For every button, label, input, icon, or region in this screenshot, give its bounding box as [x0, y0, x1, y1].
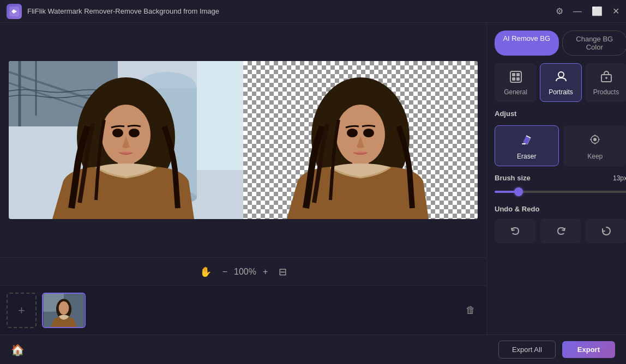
adjust-row: Eraser Keep [495, 125, 626, 166]
brush-size-row: Brush size 13px [495, 174, 626, 182]
keep-label: Keep [587, 153, 603, 160]
category-row: General Portraits [495, 63, 626, 102]
app-title: FliFlik Watermark Remover-Remove Backgro… [27, 7, 556, 15]
eraser-icon [521, 134, 533, 148]
undo-redo-label: Undo & Redo [495, 205, 626, 213]
split-view-icon[interactable]: ⊟ [279, 266, 287, 278]
svg-point-30 [558, 72, 564, 77]
portraits-category-button[interactable]: Portraits [540, 63, 582, 102]
svg-point-15 [129, 129, 140, 137]
mode-tabs: AI Remove BG Change BG Color [495, 31, 626, 56]
ai-remove-bg-tab[interactable]: AI Remove BG [495, 31, 559, 56]
title-bar: FliFlik Watermark Remover-Remove Backgro… [0, 0, 626, 23]
add-image-button[interactable]: + [7, 293, 37, 328]
keep-button[interactable]: Keep [563, 125, 627, 166]
undo-button[interactable] [495, 219, 536, 244]
thumbnail-item[interactable] [42, 293, 86, 328]
svg-rect-26 [512, 73, 515, 76]
processed-image [243, 61, 478, 219]
svg-point-12 [101, 105, 151, 165]
canvas-area: ✋ − 100% + ⊟ + 🗑 [0, 23, 486, 335]
image-comparison-wrapper [9, 61, 478, 219]
canvas-toolbar: ✋ − 100% + ⊟ [0, 257, 486, 286]
brush-size-value: 13px [613, 174, 626, 182]
products-category-button[interactable]: Products [585, 63, 626, 102]
general-label: General [504, 88, 527, 96]
svg-rect-10 [197, 61, 243, 170]
eraser-label: Eraser [517, 153, 536, 160]
app-logo [7, 4, 22, 19]
svg-point-20 [363, 129, 374, 137]
undo-icon [510, 226, 521, 236]
products-icon [600, 70, 613, 85]
redo-button[interactable] [540, 219, 582, 244]
right-sidebar: AI Remove BG Change BG Color General [486, 23, 626, 335]
eraser-button[interactable]: Eraser [495, 125, 559, 166]
zoom-control: − 100% + [222, 267, 268, 277]
refresh-icon [601, 226, 612, 236]
bottom-bar: 🏠 Export All Export [0, 335, 626, 364]
export-all-button[interactable]: Export All [498, 341, 556, 359]
close-icon[interactable]: ✕ [612, 6, 619, 16]
adjust-label: Adjust [495, 110, 626, 118]
brush-size-slider-container [495, 186, 626, 197]
minimize-icon[interactable]: — [573, 7, 582, 16]
general-category-button[interactable]: General [495, 63, 537, 102]
redo-icon [556, 226, 567, 236]
adjust-section: Adjust [495, 110, 626, 118]
delete-button[interactable]: 🗑 [461, 300, 480, 320]
svg-rect-28 [512, 77, 515, 81]
change-bg-color-tab[interactable]: Change BG Color [562, 31, 627, 56]
general-icon [509, 70, 522, 85]
refresh-button[interactable] [586, 219, 626, 244]
main-area: ✋ − 100% + ⊟ + 🗑 [0, 23, 626, 335]
zoom-out-button[interactable]: − [222, 267, 227, 277]
svg-point-14 [112, 129, 123, 137]
image-canvas [0, 23, 486, 257]
window-controls: ⚙ — ⬜ ✕ [556, 6, 619, 16]
products-label: Products [593, 88, 619, 96]
zoom-in-button[interactable]: + [263, 267, 268, 277]
undo-redo-section: Undo & Redo [495, 205, 626, 244]
thumbnail-strip: + 🗑 [0, 286, 486, 335]
svg-point-19 [347, 129, 358, 137]
svg-rect-29 [516, 77, 520, 81]
portraits-icon [555, 70, 568, 85]
svg-point-35 [593, 138, 597, 141]
maximize-icon[interactable]: ⬜ [592, 6, 603, 16]
pan-tool-icon[interactable]: ✋ [200, 266, 212, 278]
home-button[interactable]: 🏠 [11, 343, 25, 356]
export-button[interactable]: Export [562, 341, 615, 358]
original-image [9, 61, 243, 219]
brush-size-section: Brush size 13px [495, 174, 626, 197]
svg-point-24 [59, 301, 69, 314]
portraits-label: Portraits [549, 88, 573, 96]
svg-rect-27 [516, 73, 520, 76]
svg-rect-25 [510, 71, 521, 82]
brush-size-label: Brush size [495, 174, 531, 182]
undo-redo-row [495, 219, 626, 244]
keep-icon [589, 134, 601, 148]
bottom-actions: Export All Export [498, 341, 615, 359]
svg-point-17 [336, 105, 385, 165]
settings-icon[interactable]: ⚙ [556, 6, 563, 16]
zoom-value: 100% [234, 267, 256, 277]
